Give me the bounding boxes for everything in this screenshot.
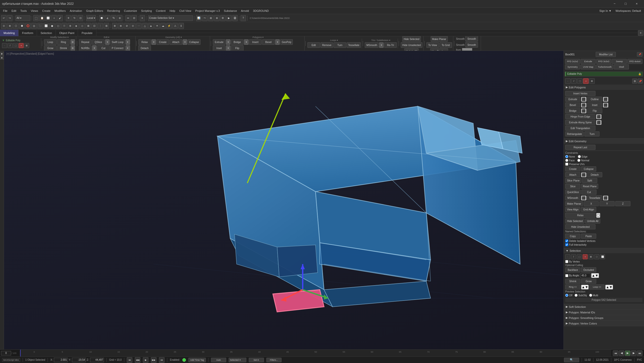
msmooth-button[interactable]: MSmooth bbox=[365, 42, 379, 48]
menu-graph-editors[interactable]: Graph Editors bbox=[84, 8, 105, 14]
maximize-button[interactable]: □ bbox=[620, 1, 631, 7]
menu-create[interactable]: Create bbox=[40, 8, 53, 14]
tb2-btn15[interactable]: ⊠ bbox=[86, 23, 91, 29]
re-tri-button[interactable]: Re-Tri bbox=[384, 42, 397, 48]
next-frame-status-btn[interactable]: ▶▶ bbox=[151, 357, 156, 363]
sel-extra2[interactable]: ⬜ bbox=[600, 254, 605, 259]
undo-button[interactable]: ↩ bbox=[1, 15, 7, 21]
menu-help[interactable]: Help bbox=[168, 8, 177, 14]
edit2-btn[interactable]: Edit bbox=[307, 42, 320, 48]
occluded-btn[interactable]: Occluded bbox=[581, 267, 596, 272]
quickslice-btn[interactable]: QuickSlice bbox=[565, 190, 581, 195]
bridge-settings[interactable]: ▾ bbox=[244, 39, 249, 45]
turn-btn[interactable]: Turn bbox=[584, 131, 599, 136]
inset-button[interactable]: Inset bbox=[213, 45, 225, 51]
eg-cut-btn[interactable]: Cut bbox=[581, 190, 596, 195]
percent-snap-button[interactable]: % bbox=[111, 15, 116, 21]
tb2-btn9[interactable]: ◼ bbox=[49, 23, 55, 29]
relax-button[interactable]: Relax bbox=[138, 39, 151, 45]
multi-radio-label[interactable]: Multi bbox=[589, 294, 598, 297]
eg-make-planar-btn[interactable]: Make Planar bbox=[565, 201, 583, 206]
eg-x-btn[interactable]: X bbox=[584, 201, 599, 206]
prev-key-button[interactable]: ⏮ bbox=[613, 350, 618, 356]
edit-polygons-header[interactable]: ▶ Edit Polygons bbox=[564, 85, 644, 90]
tb2-btn2[interactable]: ⊗ bbox=[7, 23, 13, 29]
tb2-btn1[interactable]: ⊙ bbox=[1, 23, 7, 29]
viewport-3d[interactable]: [+] [Perspective] [Standard] [Edged Face… bbox=[4, 51, 644, 349]
soft-sel-header[interactable]: ▶ Soft Selection bbox=[564, 304, 644, 309]
poly-smooth-header[interactable]: ▶ Polygon: Smoothing Groups bbox=[564, 315, 644, 320]
pin-button[interactable]: 📌 bbox=[637, 52, 642, 57]
tb2-btn23[interactable]: ⋯ bbox=[136, 23, 142, 29]
tb2-btn5[interactable]: ⭕ bbox=[25, 23, 31, 29]
scale-button[interactable]: ⊡ bbox=[78, 15, 83, 21]
face-radio[interactable] bbox=[565, 159, 568, 162]
reset-plane-btn[interactable]: Reset Plane bbox=[581, 184, 598, 189]
edit-geo-header[interactable]: ▶ Edit Geometry bbox=[564, 138, 644, 144]
graph-editor-button[interactable]: 📊 bbox=[196, 15, 202, 21]
eg-tess-settings[interactable]: ⬛ bbox=[603, 196, 608, 200]
add-time-tag-btn[interactable]: Add Time Tag bbox=[188, 358, 206, 362]
select-object-button[interactable]: ⬚ bbox=[33, 15, 39, 21]
collapse-button[interactable]: Collapse bbox=[188, 39, 200, 45]
tb2-btn11[interactable]: ☉ bbox=[61, 23, 67, 29]
snap-toggle-button[interactable]: 🔲 bbox=[99, 15, 104, 21]
auto-key-btn[interactable]: Auto bbox=[211, 358, 226, 362]
mod-item-editable-poly[interactable]: Editable Poly 🔒 bbox=[565, 72, 643, 76]
tb2-btn12[interactable]: ⊛ bbox=[67, 23, 73, 29]
menu-customize[interactable]: Customize bbox=[122, 8, 139, 14]
multi-radio[interactable] bbox=[589, 294, 592, 297]
subobj-radio-label[interactable]: SubObj bbox=[575, 294, 587, 297]
rp-border-icon[interactable]: ⬚ bbox=[577, 78, 583, 84]
menu-edit[interactable]: Edit bbox=[10, 8, 18, 14]
eg-create-btn[interactable]: Create bbox=[565, 166, 580, 171]
qslice-button[interactable]: QSlice bbox=[92, 39, 105, 45]
loop-spin[interactable]: ▲▼ bbox=[605, 285, 613, 289]
paste-btn[interactable]: Paste bbox=[581, 234, 596, 239]
render-frame-button[interactable]: 🖼 bbox=[232, 15, 238, 21]
menu-animation[interactable]: Animation bbox=[68, 8, 84, 14]
tb2-btn17[interactable]: ⋮ bbox=[98, 23, 103, 29]
msmooth-settings[interactable]: ▾ bbox=[379, 42, 384, 48]
selection-filter-dropdown[interactable]: All ▾ bbox=[15, 15, 30, 21]
sel-vertex-icon[interactable]: · bbox=[565, 254, 570, 259]
by-angle-input[interactable] bbox=[580, 273, 590, 278]
tb2-btn7[interactable]: ⬛ bbox=[37, 23, 43, 29]
subobj-border-icon[interactable]: ⬚ bbox=[13, 43, 18, 48]
filters-btn[interactable]: Filters... bbox=[266, 358, 281, 362]
edge-radio-label[interactable]: Edge bbox=[578, 155, 587, 158]
delete-isolated-label[interactable]: Delete Isolated Vertices bbox=[565, 239, 595, 242]
eg-collapse-btn[interactable]: Collapse bbox=[581, 166, 596, 171]
retriangulate-btn[interactable]: Retriangulate bbox=[565, 131, 584, 136]
extrude-settings[interactable]: ▾ bbox=[226, 39, 230, 45]
by-vertex-check[interactable] bbox=[565, 260, 568, 263]
tb2-btn28[interactable]: ⚡ bbox=[166, 23, 172, 29]
bridge-button[interactable]: Bridge bbox=[231, 39, 244, 45]
eg-z-btn[interactable]: Z bbox=[615, 201, 630, 206]
tab-options-button[interactable]: ≡ bbox=[638, 30, 643, 36]
preserve-uvs-label[interactable]: Preserve UVs bbox=[565, 163, 585, 166]
eg-msmooth-btn[interactable]: MSmooth bbox=[565, 195, 580, 200]
modifier-list-dropdown[interactable]: Modifier List bbox=[596, 52, 616, 57]
smooth2-button[interactable]: Smooth bbox=[465, 42, 478, 48]
loop-button[interactable]: Loop bbox=[44, 39, 57, 45]
unhide-all-button[interactable]: Unhide All bbox=[404, 48, 419, 51]
prev-key-status-btn[interactable]: ⏮ bbox=[127, 357, 132, 363]
menu-rendering[interactable]: Rendering bbox=[105, 8, 122, 14]
grow-btn[interactable]: Grow bbox=[581, 279, 596, 284]
rp-edge-icon[interactable]: / bbox=[571, 78, 577, 84]
shrink-button[interactable]: Shrink bbox=[57, 45, 70, 51]
menu-3dground[interactable]: 3DGROUND bbox=[251, 8, 271, 14]
tb2-btn14[interactable]: ◇ bbox=[79, 23, 85, 29]
cut-button[interactable]: Cut bbox=[97, 45, 110, 51]
extrude-spine-btn[interactable]: Extrude Along Spine bbox=[565, 120, 595, 125]
menu-file[interactable]: File bbox=[1, 8, 10, 14]
geopolly-button[interactable]: GeoPoly bbox=[280, 39, 293, 45]
extrude-mod-button[interactable]: Extrude bbox=[581, 59, 596, 64]
none-radio-label[interactable]: None bbox=[565, 155, 575, 158]
menu-scripting[interactable]: Scripting bbox=[139, 8, 154, 14]
nurbs-button[interactable]: NURBs bbox=[79, 45, 92, 51]
menu-modifiers[interactable]: Modifiers bbox=[53, 8, 68, 14]
ep-outline-btn[interactable]: Outline bbox=[587, 97, 602, 102]
ilum-swatch[interactable] bbox=[462, 48, 472, 51]
